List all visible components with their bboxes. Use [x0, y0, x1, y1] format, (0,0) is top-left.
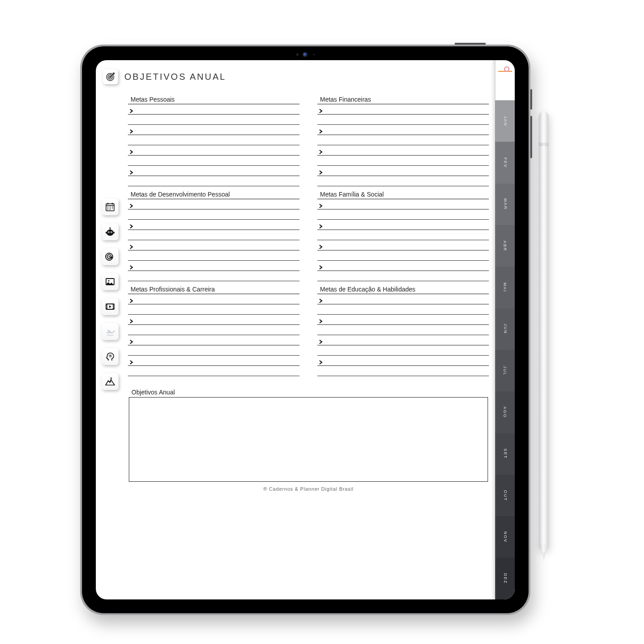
sections-row-1: Metas Pessoais [128, 96, 489, 191]
goal-line[interactable] [317, 220, 489, 230]
goal-line-sub[interactable] [317, 115, 489, 125]
chevron-right-icon [128, 319, 135, 324]
goal-line[interactable] [128, 166, 299, 176]
goal-line-sub[interactable] [128, 135, 299, 145]
goal-line-sub[interactable] [317, 250, 489, 261]
chevron-right-icon [317, 108, 324, 114]
goal-line[interactable] [128, 261, 299, 271]
goal-line[interactable] [128, 315, 299, 325]
objectives-text-area[interactable] [129, 397, 488, 482]
goal-line-sub[interactable] [128, 345, 299, 356]
goal-line[interactable] [317, 104, 489, 115]
annual-objectives-box: Objetivos Anual [129, 389, 488, 482]
tab-month-jun[interactable]: JUN [495, 308, 515, 350]
goal-line[interactable] [317, 335, 489, 345]
goal-line-sub[interactable] [317, 176, 489, 186]
image-icon[interactable] [102, 273, 119, 290]
mind-icon[interactable] [102, 348, 119, 365]
goal-line[interactable] [128, 240, 299, 250]
video-icon[interactable] [102, 298, 119, 315]
tab-cover-icon[interactable] [495, 60, 515, 100]
page-title: OBJETIVOS ANUAL [124, 72, 226, 82]
goal-line-sub[interactable] [128, 304, 299, 315]
plane-icon[interactable] [102, 323, 119, 340]
goal-line[interactable] [317, 261, 489, 271]
svg-rect-22 [107, 306, 107, 307]
tab-month-jan[interactable]: JAN [495, 100, 515, 142]
goal-line[interactable] [317, 199, 489, 209]
chevron-right-icon [317, 265, 324, 271]
svg-point-17 [108, 280, 109, 281]
chevron-right-icon [128, 170, 135, 176]
tab-month-mar[interactable]: MAR [495, 184, 515, 225]
goal-line[interactable] [317, 356, 489, 366]
screen: OBJETIVOS ANUAL [96, 60, 515, 599]
goal-line[interactable] [317, 294, 489, 304]
svg-rect-12 [114, 232, 115, 234]
month-tabs: JAN FEV MAR ABR MAI JUN JUL AGO SET OUT … [495, 60, 515, 599]
goal-line-sub[interactable] [317, 325, 489, 335]
goal-line-sub[interactable] [317, 345, 489, 356]
goal-line-sub[interactable] [128, 115, 299, 125]
tab-month-ago[interactable]: AGO [495, 391, 515, 433]
goal-line-sub[interactable] [128, 250, 299, 261]
tab-month-nov[interactable]: NOV [495, 516, 515, 558]
goal-line[interactable] [317, 240, 489, 250]
chevron-right-icon [128, 298, 135, 304]
goal-line[interactable] [128, 104, 299, 115]
mic-dot [313, 54, 315, 55]
svg-point-8 [111, 232, 112, 233]
sections-row-3: Metas Profissionais & Carreira [128, 286, 489, 381]
goal-line-sub[interactable] [128, 209, 299, 220]
goal-line-sub[interactable] [317, 135, 489, 145]
footer-credit: ® Cadernos & Planner Digital Brasil [128, 486, 489, 492]
goal-line[interactable] [317, 315, 489, 325]
chevron-right-icon [128, 339, 135, 345]
pencil-band [539, 143, 549, 146]
goal-line-sub[interactable] [128, 156, 299, 166]
goal-line-sub[interactable] [128, 176, 299, 186]
section-title: Metas de Desenvolvimento Pessoal [128, 191, 299, 199]
svg-rect-25 [113, 306, 114, 307]
goal-line[interactable] [128, 199, 299, 209]
ipad-bezel: OBJETIVOS ANUAL [82, 46, 529, 613]
goal-line-sub[interactable] [128, 271, 299, 281]
mountain-icon[interactable] [102, 373, 119, 390]
page-header: OBJETIVOS ANUAL [103, 69, 488, 84]
goal-line-sub[interactable] [317, 366, 489, 376]
goal-line-sub[interactable] [317, 156, 489, 166]
tab-month-mai[interactable]: MAI [495, 267, 515, 308]
calendar-icon[interactable] [102, 198, 119, 215]
goal-line[interactable] [317, 145, 489, 156]
goal-line[interactable] [317, 166, 489, 176]
goal-line-sub[interactable] [128, 366, 299, 376]
goal-line[interactable] [128, 335, 299, 345]
goal-line-sub[interactable] [128, 325, 299, 335]
chevron-right-icon [317, 170, 324, 176]
goal-line-sub[interactable] [317, 209, 489, 220]
tab-month-out[interactable]: OUT [495, 475, 515, 516]
tab-month-dez[interactable]: DEZ [495, 558, 515, 599]
goal-line[interactable] [128, 220, 299, 230]
robot-icon[interactable] [102, 223, 119, 240]
goal-line-sub[interactable] [128, 230, 299, 240]
tab-month-set[interactable]: SET [495, 433, 515, 475]
goal-line-sub[interactable] [317, 271, 489, 281]
hw-button [530, 89, 532, 110]
goal-line-sub[interactable] [317, 304, 489, 315]
target-star-icon[interactable] [102, 248, 119, 265]
tab-month-fev[interactable]: FEV [495, 142, 515, 183]
tab-month-abr[interactable]: ABR [495, 225, 515, 267]
goal-line[interactable] [128, 356, 299, 366]
tab-month-jul[interactable]: JUL [495, 350, 515, 391]
goal-line[interactable] [317, 125, 489, 135]
section-professional-goals: Metas Profissionais & Carreira [128, 286, 299, 376]
goal-line-sub[interactable] [317, 230, 489, 240]
goal-line[interactable] [128, 125, 299, 135]
chevron-right-icon [317, 298, 324, 304]
svg-rect-11 [106, 232, 107, 234]
goal-line[interactable] [128, 145, 299, 156]
svg-point-10 [110, 227, 111, 229]
goal-line[interactable] [128, 294, 299, 304]
sections-row-2: Metas de Desenvolvimento Pessoal [128, 191, 489, 286]
